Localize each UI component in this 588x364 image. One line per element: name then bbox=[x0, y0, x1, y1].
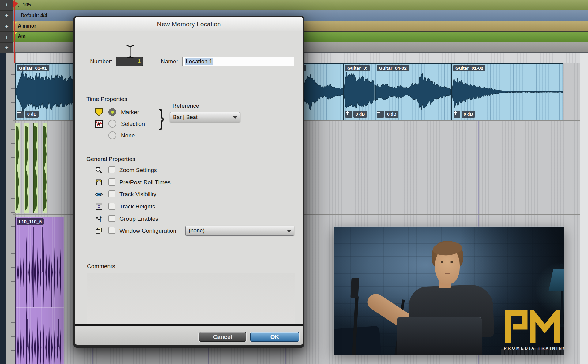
meter-value: Default: 4/4 bbox=[21, 13, 47, 18]
quarter-note-icon: ♩ bbox=[18, 2, 22, 8]
number-label: Number: bbox=[87, 58, 112, 65]
track-heights-checkbox[interactable] bbox=[108, 203, 115, 210]
clip-name-badge: Guitar_0: bbox=[345, 65, 370, 71]
clip-gain-fader-icon[interactable] bbox=[345, 111, 352, 118]
clip-gain-value[interactable]: 0 dB bbox=[462, 111, 475, 118]
text-cursor-icon bbox=[125, 44, 135, 60]
audio-clip-small[interactable] bbox=[15, 123, 20, 213]
clip-gain-fader-icon[interactable] bbox=[377, 111, 384, 118]
pre-post-roll-flags-icon bbox=[94, 178, 104, 187]
audio-clip[interactable]: Guitar_0: 0 dB bbox=[344, 63, 375, 120]
key-value: A minor bbox=[18, 23, 36, 29]
marker-icon bbox=[94, 108, 104, 116]
couch-shape bbox=[334, 326, 382, 355]
clip-name-badge: L10_110_5 bbox=[17, 218, 44, 225]
chord-value: Am bbox=[18, 34, 26, 39]
selection-icon bbox=[94, 120, 104, 128]
audio-clip-small[interactable] bbox=[33, 123, 38, 213]
pre-post-roll-checkbox[interactable] bbox=[108, 178, 115, 186]
selected-text: Location 1 bbox=[185, 58, 213, 65]
magnifier-icon bbox=[94, 166, 104, 174]
separator bbox=[77, 87, 302, 87]
window-configuration-checkbox[interactable] bbox=[108, 227, 115, 234]
mouth bbox=[445, 273, 450, 274]
dialog-button-bar: Cancel OK bbox=[75, 326, 303, 345]
time-properties-heading: Time Properties bbox=[86, 96, 127, 103]
audio-clip[interactable]: Guitar_04-02 0 dB bbox=[375, 63, 452, 120]
reference-dropdown[interactable]: Bar | Beat bbox=[170, 112, 240, 122]
pre-post-roll-label: Pre/Post Roll Times bbox=[119, 179, 171, 186]
eye-icon bbox=[94, 190, 104, 199]
marker-radio[interactable] bbox=[108, 108, 116, 116]
brand-text: PROMEDIA TRAINING bbox=[504, 346, 564, 351]
add-tempo-button[interactable]: + bbox=[0, 0, 13, 11]
zoom-settings-checkbox[interactable] bbox=[108, 166, 115, 173]
vertical-scrollbar[interactable] bbox=[580, 53, 588, 364]
none-radio-label: None bbox=[121, 132, 135, 139]
selection-radio-label: Selection bbox=[121, 121, 145, 127]
chevron-down-icon bbox=[233, 116, 237, 119]
overlapping-windows-icon bbox=[94, 227, 104, 235]
add-key-button[interactable]: + bbox=[0, 21, 13, 32]
comments-heading: Comments bbox=[87, 263, 115, 270]
reference-label: Reference bbox=[172, 103, 199, 109]
playhead[interactable] bbox=[14, 0, 15, 63]
dialog-title: New Memory Location bbox=[157, 21, 221, 28]
pm-logo: PROMEDIA TRAINING bbox=[503, 310, 564, 354]
clip-name-badge: Guitar_01-02 bbox=[453, 65, 485, 71]
group-enables-checkbox[interactable] bbox=[108, 215, 115, 222]
lamp-finial bbox=[560, 264, 563, 270]
group-enables-label: Group Enables bbox=[119, 216, 158, 222]
none-radio[interactable] bbox=[108, 131, 116, 139]
general-properties-heading: General Properties bbox=[86, 156, 135, 163]
chevron-down-icon bbox=[287, 230, 291, 232]
comments-input[interactable] bbox=[87, 273, 295, 332]
track-visibility-label: Track Visibility bbox=[119, 191, 156, 198]
clip-gain-fader-icon[interactable] bbox=[17, 111, 24, 118]
clip-gain-value[interactable]: 0 dB bbox=[25, 111, 39, 118]
zoom-settings-label: Zoom Settings bbox=[119, 167, 157, 174]
ok-button[interactable]: OK bbox=[250, 332, 299, 342]
separator bbox=[77, 148, 302, 148]
clip-gain-value[interactable]: 0 dB bbox=[385, 111, 398, 118]
laptop bbox=[397, 317, 482, 355]
window-configuration-label: Window Configuration bbox=[119, 227, 176, 234]
guitar-headstock bbox=[350, 278, 359, 298]
track-height-icon bbox=[94, 202, 104, 211]
audio-clip-small[interactable] bbox=[43, 123, 47, 213]
audio-clip[interactable]: Guitar_01-02 0 dB bbox=[452, 63, 564, 120]
clip-gain-fader-icon[interactable] bbox=[454, 111, 460, 118]
instructor-video-overlay: PROMEDIA TRAINING bbox=[334, 227, 564, 355]
protools-edit-window: + + + + + ♩ 105 Default: 4/4 A minor Am … bbox=[0, 0, 588, 364]
selection-radio[interactable] bbox=[108, 120, 116, 128]
track-heights-label: Track Heights bbox=[119, 203, 155, 210]
audio-clip-purple[interactable]: L10_110_5 bbox=[15, 217, 64, 364]
dialog-body: Number: 1 Name: Location 1 Time Properti… bbox=[75, 31, 303, 324]
separator bbox=[77, 256, 302, 256]
marker-radio-label: Marker bbox=[121, 109, 139, 116]
pm-logo-icon bbox=[503, 310, 563, 343]
eye-right bbox=[450, 261, 453, 263]
add-meter-button[interactable]: + bbox=[0, 11, 13, 21]
add-marker-button[interactable]: + bbox=[0, 43, 13, 53]
track-visibility-checkbox[interactable] bbox=[108, 190, 115, 197]
faders-icon bbox=[94, 215, 104, 223]
cancel-button[interactable]: Cancel bbox=[199, 332, 246, 342]
add-chord-button[interactable]: + bbox=[0, 32, 13, 43]
name-input[interactable]: Location 1 bbox=[182, 57, 294, 66]
window-configuration-dropdown[interactable]: (none) bbox=[185, 226, 294, 236]
clip-name-badge: Guitar_01-01 bbox=[17, 65, 49, 71]
brace-glyph: } bbox=[159, 104, 164, 131]
ruler-add-column: + + + + + bbox=[0, 0, 13, 53]
tempo-value: 105 bbox=[23, 2, 31, 8]
name-label: Name: bbox=[161, 58, 178, 65]
eye-left bbox=[441, 261, 443, 263]
clip-gain-value[interactable]: 0 dB bbox=[353, 111, 367, 118]
dialog-titlebar[interactable]: New Memory Location bbox=[75, 17, 303, 32]
tempo-ruler[interactable]: ♩ 105 bbox=[13, 0, 588, 10]
clip-name-badge: Guitar_04-02 bbox=[377, 65, 409, 71]
track-pane-edge bbox=[0, 53, 6, 364]
vertical-ruler bbox=[6, 53, 16, 364]
new-memory-location-dialog: New Memory Location Number: 1 Name: Loca… bbox=[74, 16, 304, 348]
audio-clip-small[interactable] bbox=[24, 123, 29, 213]
